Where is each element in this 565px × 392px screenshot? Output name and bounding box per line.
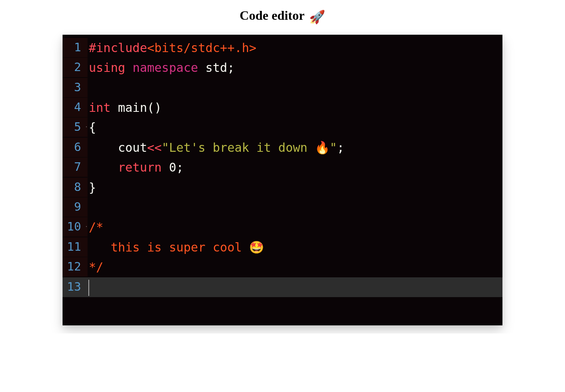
code-token [89,140,118,155]
line-number: 12 [63,257,85,277]
code-content[interactable]: /* [88,217,502,237]
code-token: main [118,101,147,115]
code-line[interactable]: 5·{ [63,117,502,138]
code-content[interactable]: this is super cool 🤩 [88,237,502,258]
code-token: std [205,61,227,75]
gutter: 6 [63,138,88,157]
rocket-icon: 🚀 [309,9,325,25]
line-number: 6 [63,138,85,157]
code-line[interactable]: 3 [63,78,502,98]
cursor [88,280,89,296]
gutter: 3 [63,78,88,97]
code-token: using [89,61,125,75]
code-content[interactable]: */ [88,257,502,277]
code-line[interactable]: 8} [63,178,502,198]
code-content[interactable] [88,277,502,298]
code-line[interactable]: 12*/ [63,257,502,277]
code-content[interactable]: #include<bits/stdc++.h> [88,38,502,58]
gutter: 11 [63,237,88,257]
code-content[interactable]: using namespace std; [88,58,502,78]
code-token: () [147,101,162,115]
page-title-text: Code editor [240,8,304,23]
code-token: /* [89,220,103,234]
code-token: return [118,160,161,174]
code-token [125,61,132,75]
code-line[interactable]: 1#include<bits/stdc++.h> [63,38,502,58]
line-number: 3 [63,78,85,97]
code-editor[interactable]: 1#include<bits/stdc++.h>2using namespace… [63,35,502,326]
page-title: Code editor 🚀 [20,8,545,25]
code-token: int [89,101,111,115]
gutter: 7 [63,157,88,177]
line-number: 5 [63,117,85,137]
code-line[interactable]: 11 this is super cool 🤩 [63,237,502,258]
code-token [198,61,205,75]
code-token: ; [176,160,184,174]
code-token: this is super cool 🤩 [89,240,264,254]
line-number: 8 [63,178,85,197]
code-token: ; [227,61,234,75]
gutter: 12 [63,257,88,277]
line-number: 13 [63,277,85,297]
line-number: 7 [63,157,85,177]
gutter: 2 [63,58,88,77]
code-token: { [89,120,96,134]
code-token [89,160,118,174]
code-token: */ [89,260,103,274]
fold-marker [85,78,88,97]
gutter: 1 [63,38,88,57]
line-number: 11 [63,237,85,257]
line-number: 9 [63,197,85,217]
code-line[interactable]: 4int main() [63,98,502,118]
code-token: ; [337,140,344,155]
code-token: #include [89,41,147,55]
code-token: cout [118,140,147,155]
code-line[interactable]: 9 [63,197,502,217]
code-token [162,160,169,174]
line-number: 1 [63,38,85,57]
gutter: 8 [63,178,88,197]
code-content[interactable]: } [88,178,502,198]
code-content[interactable]: return 0; [88,157,502,178]
fold-marker [85,197,88,217]
code-content[interactable]: { [88,117,502,138]
gutter: 5· [63,117,88,137]
code-line[interactable]: 7 return 0; [63,157,502,178]
code-token: } [89,180,96,195]
code-token: <bits/stdc++.h> [147,41,257,55]
code-line[interactable]: 6 cout<<"Let's break it down 🔥"; [63,138,502,158]
line-number: 2 [63,58,85,77]
code-line[interactable]: 10·/* [63,217,502,237]
code-line[interactable]: 13 [63,277,502,298]
gutter: 13 [63,277,88,297]
code-content[interactable]: int main() [88,98,502,118]
code-token: << [147,140,162,155]
gutter: 4 [63,98,88,117]
code-token: "Let's break it down 🔥" [162,140,337,155]
gutter: 10· [63,217,88,237]
code-token: 0 [169,160,176,174]
line-number: 4 [63,98,85,117]
code-token: namespace [132,61,198,75]
gutter: 9 [63,197,88,217]
line-number: 10 [63,217,85,237]
code-line[interactable]: 2using namespace std; [63,58,502,78]
code-content[interactable]: cout<<"Let's break it down 🔥"; [88,138,502,158]
code-token [111,101,118,115]
